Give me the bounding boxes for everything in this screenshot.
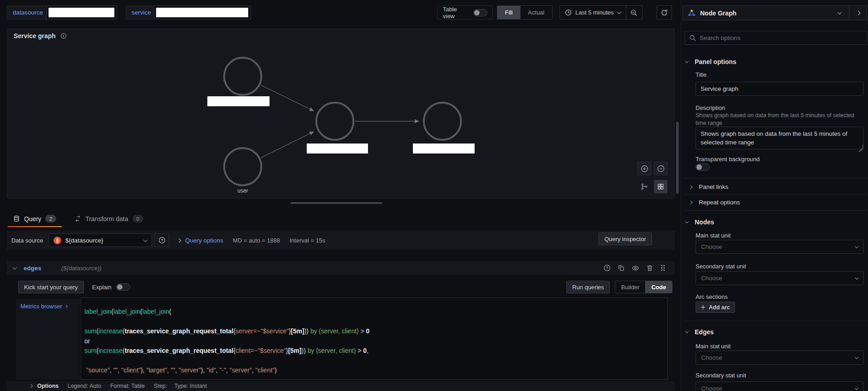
- variable-dropdown-service[interactable]: [154, 5, 251, 20]
- panel-resize-handle[interactable]: [290, 202, 382, 204]
- query-editor-mode: Builder Code: [615, 281, 672, 293]
- redacted-node-label: [413, 144, 475, 153]
- tab-badge: 0: [132, 215, 143, 223]
- datasource-picker[interactable]: ${datasource}: [49, 233, 152, 247]
- datasource-help-button[interactable]: ?: [154, 233, 169, 247]
- variable-label-datasource[interactable]: datasource: [7, 5, 49, 20]
- interval-text: Interval = 15s: [289, 237, 325, 244]
- visualization-name: Node Graph: [700, 10, 830, 17]
- top-toolbar: datasource service Table view Fill Actua…: [0, 0, 681, 25]
- chevron-down-icon: [143, 238, 148, 242]
- nodes-secondary-stat-select[interactable]: Choose: [696, 271, 863, 285]
- edges-secondary-stat-label: Secondary stat unit: [696, 372, 746, 379]
- chevron-right-icon[interactable]: [177, 238, 181, 243]
- refresh-icon: [661, 9, 668, 16]
- nodes-main-stat-select[interactable]: Choose: [696, 240, 863, 254]
- metrics-browser-link[interactable]: Metrics browser: [20, 303, 75, 310]
- query-options-link[interactable]: Query options: [185, 237, 223, 244]
- graph-zoom-out-button[interactable]: [654, 162, 667, 175]
- time-range-picker[interactable]: Last 5 minutes: [560, 6, 626, 19]
- chevron-right-icon: [64, 305, 68, 308]
- divider: [685, 178, 867, 178]
- panel-description-textarea[interactable]: Shows graph based on data from the last …: [696, 127, 863, 149]
- prometheus-icon: [54, 237, 61, 244]
- builder-mode-button[interactable]: Builder: [615, 281, 645, 293]
- promql-code-editor[interactable]: label_join(label_join(label_join( sum(in…: [81, 297, 668, 380]
- panel-title-input[interactable]: [696, 82, 863, 96]
- code-mode-button[interactable]: Code: [645, 281, 672, 293]
- help-icon: ?: [158, 237, 166, 244]
- table-view-toggle[interactable]: [473, 9, 487, 16]
- graph-hierarchy-layout-button[interactable]: [638, 180, 651, 193]
- code-line: "source", "", "client"), "target", "", "…: [84, 366, 667, 376]
- section-panel-options[interactable]: Panel options: [686, 58, 736, 65]
- panel-links-collapsible[interactable]: Panel links: [689, 183, 728, 190]
- pane-size-mode: Fill Actual: [497, 5, 553, 20]
- textarea-resize-grip[interactable]: [859, 144, 863, 148]
- redacted-variable-value: [156, 8, 248, 17]
- format-summary: Format: Table: [110, 383, 145, 389]
- tab-transform-data[interactable]: Transform data 0: [68, 210, 149, 227]
- code-line: label_join(label_join(label_join(: [84, 307, 667, 317]
- graph-node[interactable]: [424, 103, 461, 140]
- duplicate-icon[interactable]: [618, 264, 625, 272]
- query-name[interactable]: edges: [24, 265, 41, 272]
- search-icon: [689, 35, 696, 41]
- run-queries-button[interactable]: Run queries: [566, 281, 610, 293]
- query-inspector-button[interactable]: Query inspector: [598, 233, 652, 245]
- graph-grid-layout-button[interactable]: [654, 180, 667, 193]
- explain-label: Explain: [92, 284, 112, 291]
- visualization-picker[interactable]: Node Graph: [682, 5, 867, 20]
- chevron-right-icon[interactable]: [29, 384, 33, 388]
- query-options-footer[interactable]: Options Legend: Auto Format: Table Step:…: [7, 381, 675, 391]
- search-options-box[interactable]: [685, 31, 867, 45]
- graph-node[interactable]: [224, 58, 261, 95]
- graph-node-label: user: [237, 188, 248, 194]
- explain-control: Explain: [92, 283, 130, 291]
- query-row-header[interactable]: edges (${datasource}) ?: [7, 261, 675, 275]
- edges-secondary-stat-select[interactable]: Choose: [696, 381, 863, 391]
- service-graph-panel: Service graph user: [7, 29, 675, 198]
- graph-controls: [638, 162, 667, 193]
- scrollbar-thumb[interactable]: [676, 122, 679, 194]
- trash-icon[interactable]: [646, 264, 653, 272]
- service-graph-canvas[interactable]: user: [7, 29, 675, 198]
- chevron-down-icon[interactable]: [830, 6, 849, 20]
- zoom-out-time-button[interactable]: [626, 6, 642, 19]
- graph-node[interactable]: [316, 103, 353, 140]
- graph-zoom-in-button[interactable]: [638, 162, 651, 175]
- clock-icon: [565, 9, 572, 16]
- node-graph-icon: [687, 9, 696, 17]
- eye-icon[interactable]: [632, 264, 639, 272]
- tab-query[interactable]: Query 2: [7, 210, 63, 227]
- drag-handle-icon[interactable]: [660, 264, 666, 272]
- collapse-pane-button[interactable]: [849, 6, 867, 20]
- section-edges[interactable]: Edges: [686, 328, 714, 336]
- transparent-background-toggle[interactable]: [696, 163, 710, 171]
- repeat-options-collapsible[interactable]: Repeat options: [689, 199, 740, 206]
- edges-main-stat-select[interactable]: Choose: [696, 351, 863, 365]
- variable-dropdown-datasource[interactable]: [46, 5, 117, 20]
- tab-label: Query: [24, 215, 41, 223]
- panel-options-pane: Node Graph Panel options Title Descripti…: [681, 0, 868, 391]
- metrics-browser-panel: Metrics browser: [16, 299, 80, 380]
- help-icon[interactable]: ?: [603, 264, 611, 272]
- variable-label-service[interactable]: service: [126, 5, 157, 20]
- fill-mode-button[interactable]: Fill: [497, 6, 520, 19]
- nodes-main-stat-label: Main stat unit: [696, 232, 731, 239]
- table-view-label: Table view: [443, 6, 469, 20]
- arc-sections-label: Arc sections: [696, 293, 728, 300]
- section-nodes[interactable]: Nodes: [686, 218, 714, 226]
- refresh-button[interactable]: [657, 5, 672, 20]
- options-label: Options: [37, 383, 59, 389]
- svg-text:?: ?: [606, 266, 608, 270]
- transform-icon: [74, 215, 81, 222]
- graph-node[interactable]: [224, 148, 261, 185]
- nodes-secondary-stat-label: Secondary stat unit: [696, 263, 746, 270]
- kick-start-query-button[interactable]: Kick start your query: [18, 281, 84, 293]
- search-options-input[interactable]: [700, 35, 863, 41]
- actual-mode-button[interactable]: Actual: [520, 6, 552, 19]
- add-arc-button[interactable]: Add arc: [696, 302, 735, 313]
- chevron-down-icon[interactable]: [13, 265, 17, 270]
- explain-toggle[interactable]: [116, 283, 130, 291]
